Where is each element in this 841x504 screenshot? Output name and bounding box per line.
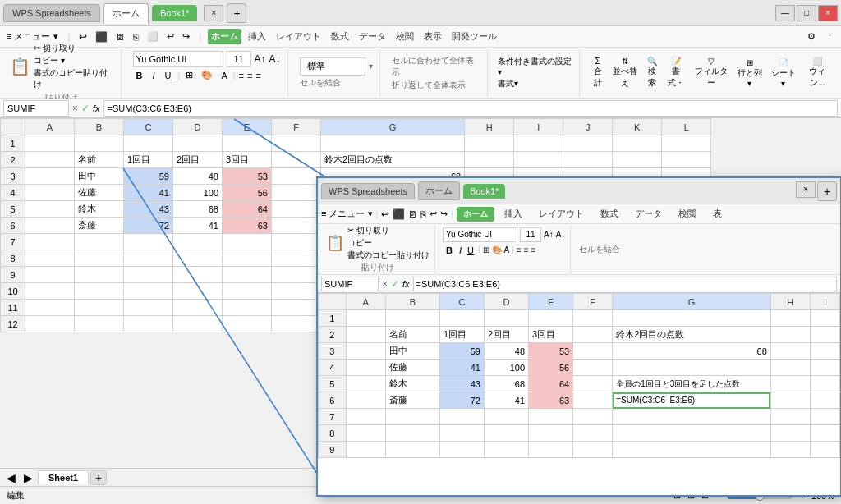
- sum-button[interactable]: Σ合計: [590, 57, 606, 89]
- zoom-close-icon[interactable]: ×: [796, 181, 816, 198]
- zoom-col-f[interactable]: F: [573, 294, 613, 310]
- col-header-j[interactable]: J: [563, 119, 613, 135]
- zoom-col-h[interactable]: H: [770, 294, 810, 310]
- add-sheet-button[interactable]: +: [90, 470, 107, 485]
- cell-a3[interactable]: [25, 168, 75, 185]
- cell-h1[interactable]: [465, 135, 514, 152]
- cell-d1[interactable]: [173, 135, 223, 152]
- zoom-font-a-dn[interactable]: A↓: [556, 230, 566, 239]
- zoom-cell-d2[interactable]: 2回目: [484, 327, 528, 343]
- minimize-button[interactable]: —: [775, 5, 795, 21]
- zoom-cell-d3[interactable]: 48: [484, 343, 528, 360]
- zoom-formula-tab[interactable]: 数式: [594, 204, 625, 223]
- zoom-copy-button[interactable]: コピー: [347, 237, 430, 249]
- cell-l1[interactable]: [662, 135, 711, 152]
- row-col-button[interactable]: ⊞行と列 ▾: [734, 58, 765, 88]
- col-header-l[interactable]: L: [662, 119, 711, 135]
- scroll-left-icon[interactable]: ◀: [3, 471, 19, 484]
- cell-f4[interactable]: [272, 185, 321, 201]
- zoom-tb5[interactable]: ↩: [430, 208, 437, 219]
- sheet-button[interactable]: 📄シート ▾: [768, 58, 798, 88]
- cell-e5[interactable]: 64: [223, 201, 272, 218]
- zoom-data-tab[interactable]: データ: [628, 204, 669, 223]
- toolbar-icon-6[interactable]: ↩: [164, 30, 177, 43]
- cell-b6[interactable]: 斎藤: [75, 218, 124, 234]
- zoom-cell-c4[interactable]: 41: [439, 360, 484, 376]
- cell-e4[interactable]: 56: [223, 185, 272, 201]
- close-button[interactable]: ×: [204, 5, 223, 21]
- cell-c1[interactable]: [124, 135, 173, 152]
- cell-b1[interactable]: [75, 135, 124, 152]
- zoom-cut-button[interactable]: ✂ 切り取り: [347, 225, 430, 236]
- zoom-merge-button[interactable]: セルを結合: [579, 244, 620, 255]
- zoom-cell-c2[interactable]: 1回目: [439, 327, 484, 343]
- border-button[interactable]: ⊞: [183, 69, 195, 81]
- new-tab-button[interactable]: +: [227, 3, 246, 23]
- window-button[interactable]: ⬜ウィン...: [802, 57, 833, 89]
- font-grow-icon[interactable]: A↑: [255, 53, 266, 65]
- zoom-align-l[interactable]: ≡: [517, 245, 522, 254]
- zoom-tb1[interactable]: ↩: [381, 208, 389, 220]
- cell-d6[interactable]: 41: [173, 218, 223, 234]
- toolbar-icon-3[interactable]: 🖹: [113, 31, 127, 43]
- zoom-review-tab[interactable]: 校閲: [672, 204, 703, 223]
- sheet-tab-sheet1[interactable]: Sheet1: [38, 470, 89, 484]
- zoom-fx-icon[interactable]: fx: [402, 279, 410, 289]
- cell-e2[interactable]: 3回目: [223, 152, 272, 168]
- col-header-c[interactable]: C: [124, 119, 173, 135]
- zoom-cell-g3[interactable]: 68: [613, 343, 771, 360]
- zoom-cell-c5[interactable]: 43: [439, 376, 484, 392]
- zoom-name-box[interactable]: [321, 277, 379, 291]
- name-box[interactable]: [3, 100, 69, 117]
- insert-tab[interactable]: 挿入: [245, 29, 269, 44]
- col-header-d[interactable]: D: [173, 119, 223, 135]
- zoom-cell-d4[interactable]: 100: [484, 360, 528, 376]
- cell-c3[interactable]: 59: [124, 168, 173, 185]
- copy-button[interactable]: コピー ▾: [34, 55, 114, 66]
- toolbar-icon-2[interactable]: ⬛: [93, 30, 110, 44]
- zoom-font-a-up[interactable]: A↑: [544, 230, 554, 239]
- formula-tab[interactable]: 数式: [328, 29, 352, 44]
- zoom-tb4[interactable]: ⎘: [420, 209, 426, 219]
- col-header-h[interactable]: H: [465, 119, 514, 135]
- cell-g2[interactable]: 鈴木2回目の点数: [321, 152, 465, 168]
- conditional-btn[interactable]: 条件付き書式の設定▾: [498, 56, 574, 76]
- cell-l2[interactable]: [662, 152, 711, 168]
- zoom-cell-d5[interactable]: 68: [484, 376, 528, 392]
- data-tab[interactable]: データ: [356, 29, 389, 44]
- col-header-a[interactable]: A: [25, 119, 75, 135]
- cell-f6[interactable]: [272, 218, 321, 234]
- zoom-bold-button[interactable]: B: [443, 244, 455, 257]
- filter-button[interactable]: ▽フィルター: [691, 57, 731, 89]
- cell-j1[interactable]: [563, 135, 613, 152]
- maximize-button[interactable]: □: [797, 5, 816, 21]
- font-shrink-icon[interactable]: A↓: [269, 53, 281, 65]
- zoom-size-input[interactable]: [520, 227, 541, 242]
- zoom-menu-button[interactable]: ≡ メニュー ▾: [321, 208, 373, 220]
- zoom-cell-g6[interactable]: =SUM(C3:C6 E3:E6): [613, 392, 771, 409]
- zoom-cell-d6[interactable]: 41: [484, 392, 528, 409]
- bold-button[interactable]: B: [133, 69, 146, 82]
- align-left-icon[interactable]: ≡: [239, 71, 244, 80]
- cell-b3[interactable]: 田中: [75, 168, 124, 185]
- zoom-formula-input[interactable]: [413, 277, 837, 291]
- formula-cancel-icon[interactable]: ×: [72, 103, 78, 114]
- zoom-cell-e2[interactable]: 3回目: [529, 327, 573, 343]
- font-family-input[interactable]: [133, 51, 223, 67]
- zoom-fontcolor-button[interactable]: A: [504, 245, 510, 254]
- zoom-align-c[interactable]: ≡: [524, 245, 529, 254]
- settings-icon[interactable]: ⚙: [804, 30, 819, 44]
- col-header-e[interactable]: E: [223, 119, 272, 135]
- table-format-btn[interactable]: 書式▾: [498, 78, 574, 89]
- zoom-col-i[interactable]: I: [810, 294, 839, 310]
- tab-home[interactable]: ホーム: [103, 3, 149, 24]
- home-tab[interactable]: ホーム: [208, 29, 241, 44]
- cell-f2[interactable]: [272, 152, 321, 168]
- toolbar-icon-7[interactable]: ↪: [180, 30, 192, 43]
- zoom-home-tab[interactable]: ホーム: [457, 207, 494, 222]
- italic-button[interactable]: I: [149, 69, 159, 82]
- sort-button[interactable]: ⇅並べ替え: [609, 57, 641, 89]
- cell-e6[interactable]: 63: [223, 218, 272, 234]
- cell-d5[interactable]: 68: [173, 201, 223, 218]
- more-icon[interactable]: ⋮: [822, 30, 838, 44]
